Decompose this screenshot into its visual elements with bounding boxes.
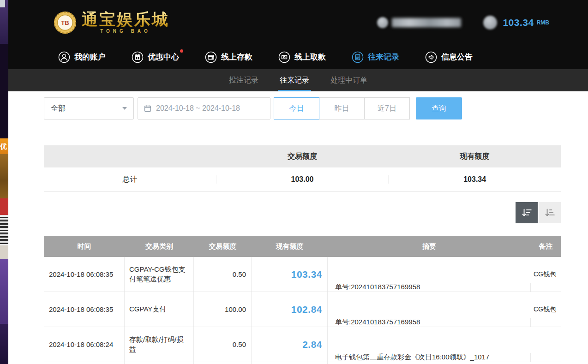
yesterday-button[interactable]: 昨日 [319,97,365,119]
last-7-days-button[interactable]: 近7日 [364,97,410,119]
cell-summary: 单号:202410183757169958 [328,283,531,292]
nav-label: 优惠中心 [148,52,179,62]
cell-amount: 0.50 [194,327,252,362]
cell-note: CG钱包 [531,292,561,327]
cell-summary: 电子钱包第二重存款彩金《次日16:00领取》_1017 [328,353,531,362]
nav-item-announcements[interactable]: 信息公告 [425,51,473,63]
cell-balance: 103.34 [252,257,328,292]
top-header: TB 通宝娱乐城 TONG BAO 103.34 RMB [8,0,588,45]
cell-note: CG钱包 [531,257,561,292]
quick-date-buttons: 今日 昨日 近7日 [274,97,410,119]
background-fragment [0,154,8,198]
cell-time: 2024-10-18 06:08:24 [44,327,125,362]
summary-header-row: 交易额度 现有额度 [44,145,561,167]
promo-gift-circle-icon [132,51,144,63]
tab-processing-orders[interactable]: 处理中订单 [323,69,375,91]
summary-balance-total: 103.34 [388,175,561,184]
announcement-circle-icon [425,51,437,63]
background-window-strip: 优 [0,0,8,364]
filter-bar: 全部 2024-10-18 ~ 2024-10-18 今日 昨日 近7日 查询 [44,97,561,119]
nav-label: 我的账户 [74,52,106,62]
nav-item-deposit[interactable]: 线上存款 [205,51,252,63]
withdraw-circle-icon [278,51,290,63]
summary-header-transaction: 交易额度 [216,152,388,161]
cell-amount: 2.00 [194,362,252,364]
nav-label: 线上存款 [221,52,252,62]
today-button[interactable]: 今日 [274,97,319,119]
header-time: 时间 [44,242,125,251]
tab-transaction-records[interactable]: 往来记录 [272,69,317,91]
nav-label: 信息公告 [441,52,473,62]
background-fragment [0,324,8,364]
header-type: 交易类别 [125,242,194,251]
background-fragment [0,215,8,245]
cell-note [531,327,561,362]
cell-type: CGPAY支付 [125,292,194,327]
transactions-table: 时间 交易类别 交易额度 现有额度 摘要 备注 2024-10-18 06:08… [44,236,561,364]
cell-balance: 102.84 [252,292,328,327]
balance-currency: RMB [537,19,549,26]
coin-logo-text: TB [61,19,69,26]
tab-label: 投注记录 [229,76,258,84]
records-circle-icon [352,51,364,63]
main-nav: 我的账户 优惠中心 线上存款 线上取款 [8,45,588,69]
sort-descending-button[interactable] [516,202,538,223]
cell-amount: 0.50 [194,257,252,292]
table-row: 2024-10-18 06:08:35 CGPAY-CG钱包支付笔笔送优惠 0.… [44,257,561,292]
background-fragment [0,0,5,7]
tab-betting-records[interactable]: 投注记录 [222,69,266,91]
chevron-down-icon [122,107,127,110]
notification-dot [180,49,183,53]
coin-logo-icon: TB [53,11,77,35]
tab-label: 往来记录 [280,76,309,84]
brand-subtitle: TONG BAO [82,29,169,34]
brand-text: 通宝娱乐城 TONG BAO [82,11,169,34]
background-fragment [0,245,8,259]
calendar-icon [144,104,152,113]
nav-label: 线上取款 [294,52,326,62]
header-amount: 交易额度 [194,242,252,251]
nav-label: 往来记录 [368,52,399,62]
username-redacted [392,18,461,27]
user-circle-icon [58,51,70,63]
nav-item-withdraw[interactable]: 线上取款 [278,51,326,63]
table-row: 2024-10-18 06:08:35 CGPAY支付 100.00 102.8… [44,292,561,327]
background-fragment [0,198,8,215]
sort-descending-icon [521,207,533,219]
cell-type: CGPAY-CG钱包支付笔笔送优惠 [125,257,194,292]
background-fragment-text: 优 [0,138,8,154]
cell-amount: 100.00 [194,292,252,327]
cell-summary: 单号:202410183757169958 [328,318,531,327]
user-avatar [377,17,388,28]
summary-header-balance: 现有额度 [389,152,561,161]
nav-item-promotions[interactable]: 优惠中心 [132,51,179,63]
balance-amount: 103.34 [503,17,534,28]
cell-note [531,362,561,364]
background-fragment [0,259,8,324]
summary-transaction-total: 103.00 [216,175,389,184]
sort-ascending-button[interactable] [539,202,561,223]
cell-time: 2024-10-18 06:08:35 [44,292,125,327]
table-row: 2024-10-18 06:08:24 存款/取款/打码/损益 0.50 2.8… [44,327,561,362]
cell-type: 存款/取款/打码/损益 [125,327,194,362]
header-note: 备注 [531,242,561,251]
sort-controls [44,202,561,223]
summary-table: 交易额度 现有额度 总计 103.00 103.34 [44,145,561,192]
type-select[interactable]: 全部 [44,97,134,119]
date-range-input[interactable]: 2024-10-18 ~ 2024-10-18 [138,97,270,119]
type-select-value: 全部 [51,104,66,113]
content-area: 全部 2024-10-18 ~ 2024-10-18 今日 昨日 近7日 查询 … [8,91,588,364]
user-info: 103.34 RMB [377,16,549,30]
brand-logo[interactable]: TB 通宝娱乐城 TONG BAO [53,11,169,35]
cell-balance: 2.34 [252,362,328,364]
cell-balance: 2.84 [252,327,328,362]
nav-item-transaction-records[interactable]: 往来记录 [352,51,399,63]
sort-ascending-icon [544,207,556,219]
summary-total-label: 总计 [44,175,216,185]
query-button[interactable]: 查询 [416,97,462,119]
tab-label: 处理中订单 [330,76,367,84]
table-header-row: 时间 交易类别 交易额度 现有额度 摘要 备注 [44,236,561,257]
record-tabs: 投注记录 往来记录 处理中订单 [8,69,588,91]
brand-name: 通宝娱乐城 [82,11,169,27]
nav-item-my-account[interactable]: 我的账户 [58,51,106,63]
